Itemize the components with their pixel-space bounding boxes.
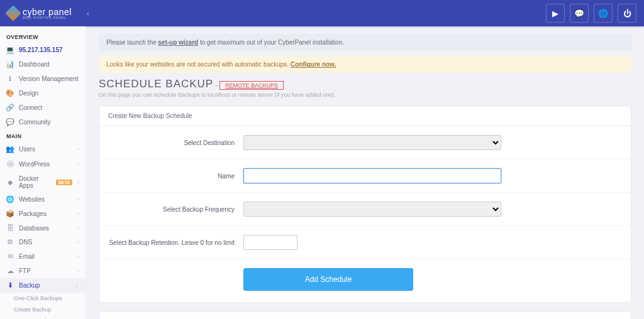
setup-alert: Please launch the set-up wizard to get m… [99,34,631,51]
power-icon[interactable]: ⏻ [618,4,636,23]
sidebar-item-version[interactable]: ℹVersion Management [0,72,86,86]
frequency-label: Select Backup Frequency [108,206,243,213]
sidebar-item-docker[interactable]: ◆Docker AppsBETA› [0,172,86,192]
info-icon: ℹ [6,75,14,83]
sidebar-item-design[interactable]: 🎨Design [0,86,86,100]
envelope-icon: ✉ [6,252,14,261]
beta-badge: BETA [56,180,73,185]
database-icon: 🗄 [6,224,14,232]
docker-icon: ◆ [6,178,14,187]
globe-icon[interactable]: 🌐 [594,4,613,23]
name-input[interactable] [243,168,501,183]
retention-label: Select Backup Retention. Leave 0 for no … [108,239,243,246]
sidebar-item-dashboard[interactable]: 📊Dashboard [0,57,86,72]
sidebar-item-server-ip[interactable]: 💻95.217.135.157 [0,43,86,57]
sidebar: OVERVIEW 💻95.217.135.157 📊Dashboard ℹVer… [0,26,86,319]
logo-tagline: WEB HOSTING PANEL [23,16,72,19]
main-content: Please launch the set-up wizard to get m… [86,26,644,319]
link-icon: 🔗 [6,104,14,112]
wordpress-icon: ⓦ [6,160,14,169]
sidebar-sub-oneclick[interactable]: One-Click Backups [0,293,86,304]
sidebar-item-wordpress[interactable]: ⓦWordPress› [0,156,86,172]
logo-icon [5,5,21,21]
sidebar-item-users[interactable]: 👥Users› [0,142,86,156]
section-overview: OVERVIEW [0,30,86,43]
chevron-right-icon: › [77,239,79,245]
manage-schedules-card: Manage Existing Backup Schedules Select … [99,311,631,319]
download-icon: ⬇ [6,281,14,289]
sidebar-item-backup[interactable]: ⬇Backup⌄ [0,278,86,293]
setup-wizard-link[interactable]: set-up wizard [158,39,198,46]
laptop-icon: 💻 [6,46,14,54]
users-icon: 👥 [6,145,14,153]
destination-select[interactable] [243,135,501,150]
logo[interactable]: cyber panel WEB HOSTING PANEL [8,7,72,19]
create-schedule-card: Create New Backup Schedule Select Destin… [99,105,631,303]
name-label: Name [108,173,243,180]
frequency-select[interactable] [243,202,501,217]
destination-label: Select Destination [108,139,243,146]
sidebar-item-packages[interactable]: 📦Packages› [0,207,86,221]
sidebar-item-email[interactable]: ✉Email› [0,249,86,264]
sidebar-collapse-button[interactable]: ‹ [80,6,96,21]
configure-now-link[interactable]: Configure now. [291,61,336,68]
page-subtitle: On this page you can schedule Backups to… [99,92,631,98]
chevron-right-icon: › [77,254,79,259]
gauge-icon: 📊 [6,60,14,68]
remote-backups-link[interactable]: REMOTE BACKUPS [219,81,284,90]
card-header: Manage Existing Backup Schedules [99,312,631,319]
top-actions: ▶ 💬 🌐 ⏻ [546,4,636,23]
chevron-right-icon: › [77,180,79,185]
globe-icon: 🌐 [6,195,14,203]
sidebar-sub-restore[interactable]: Restore Backup [0,315,86,319]
box-icon: 📦 [6,210,14,218]
youtube-icon[interactable]: ▶ [546,4,565,23]
sitemap-icon: ⚙ [6,238,14,246]
topbar: cyber panel WEB HOSTING PANEL ‹ ▶ 💬 🌐 ⏻ [0,0,644,26]
sidebar-item-websites[interactable]: 🌐Websites› [0,192,86,207]
cloud-icon: ☁ [6,267,14,275]
sidebar-sub-create[interactable]: Create Backup [0,304,86,315]
sidebar-item-databases[interactable]: 🗄Databases› [0,221,86,235]
chevron-right-icon: › [77,146,79,152]
chevron-right-icon: › [77,211,79,217]
retention-input[interactable] [243,235,297,250]
chevron-right-icon: › [77,161,79,167]
paint-icon: 🎨 [6,89,14,97]
chevron-down-icon: ⌄ [75,283,79,288]
section-main: MAIN [0,129,86,142]
sidebar-item-connect[interactable]: 🔗Connect [0,100,86,115]
sidebar-item-community[interactable]: 💬Community [0,115,86,129]
add-schedule-button[interactable]: Add Schedule [243,268,413,291]
page-title: SCHEDULE BACKUP [99,78,213,90]
sidebar-item-ftp[interactable]: ☁FTP› [0,264,86,278]
backup-alert: Looks like your websites are not secured… [99,56,631,73]
sidebar-item-dns[interactable]: ⚙DNS› [0,235,86,249]
chevron-right-icon: › [77,225,79,231]
card-header: Create New Backup Schedule [99,106,631,126]
comment-icon: 💬 [6,118,14,126]
chevron-right-icon: › [77,268,79,274]
chat-icon[interactable]: 💬 [570,4,589,23]
chevron-right-icon: › [77,197,79,202]
